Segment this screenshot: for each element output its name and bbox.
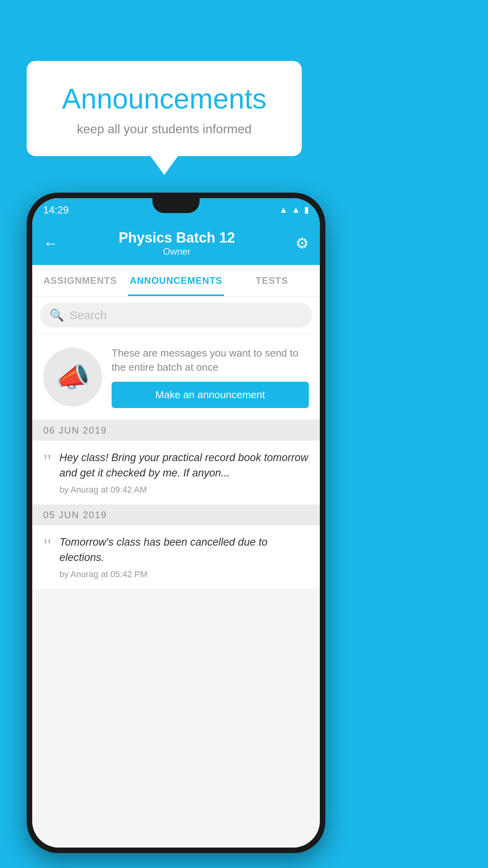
announcement-content: Hey class! Bring your practical record b…: [59, 450, 309, 495]
settings-button[interactable]: ⚙: [295, 235, 309, 252]
announcement-meta-2: by Anurag at 05:42 PM: [59, 569, 309, 579]
promo-right: These are messages you want to send to t…: [112, 346, 309, 408]
megaphone-circle: 📣: [43, 348, 102, 406]
tab-tests[interactable]: TESTS: [224, 265, 320, 296]
header-title: Physics Batch 12: [119, 230, 235, 246]
app-header: ← Physics Batch 12 Owner ⚙: [32, 222, 320, 265]
promo-card: 📣 These are messages you want to send to…: [32, 334, 320, 420]
quote-icon: ": [43, 452, 51, 472]
announcement-text: Hey class! Bring your practical record b…: [59, 450, 309, 481]
speech-bubble-section: Announcements keep all your students inf…: [27, 61, 302, 156]
status-bar: 14:29 ▲ ▲ ▮: [32, 198, 320, 222]
promo-description: These are messages you want to send to t…: [112, 346, 309, 375]
megaphone-icon: 📣: [56, 361, 90, 393]
speech-bubble: Announcements keep all your students inf…: [27, 61, 302, 156]
announcement-item-2[interactable]: " Tomorrow's class has been cancelled du…: [32, 525, 320, 589]
tab-assignments[interactable]: ASSIGNMENTS: [32, 265, 128, 296]
bubble-title: Announcements: [50, 83, 278, 115]
search-container: 🔍 Search: [32, 296, 320, 334]
bubble-subtitle: keep all your students informed: [50, 122, 278, 136]
header-subtitle: Owner: [119, 246, 235, 257]
status-time: 14:29: [43, 204, 69, 216]
back-button[interactable]: ←: [43, 235, 58, 252]
date-separator-jun06: 06 JUN 2019: [32, 420, 320, 441]
wifi-icon: ▲: [279, 205, 288, 215]
search-box[interactable]: 🔍 Search: [40, 303, 312, 327]
phone-frame: 14:29 ▲ ▲ ▮ ← Physics Batch 12 Owner ⚙: [27, 193, 325, 853]
header-center: Physics Batch 12 Owner: [119, 230, 235, 257]
tabs-bar: ASSIGNMENTS ANNOUNCEMENTS TESTS: [32, 265, 320, 296]
date-separator-jun05: 05 JUN 2019: [32, 505, 320, 525]
battery-icon: ▮: [304, 205, 309, 215]
status-icons: ▲ ▲ ▮: [279, 205, 309, 215]
make-announcement-button[interactable]: Make an announcement: [112, 382, 309, 408]
search-icon: 🔍: [50, 308, 64, 322]
announcement-content-2: Tomorrow's class has been cancelled due …: [59, 535, 309, 579]
quote-icon-2: ": [43, 536, 51, 557]
signal-icon: ▲: [292, 205, 300, 215]
notch: [152, 198, 200, 213]
content-area: 🔍 Search 📣 These are messages you want t…: [32, 296, 320, 848]
announcement-text-2: Tomorrow's class has been cancelled due …: [59, 535, 309, 565]
tab-announcements[interactable]: ANNOUNCEMENTS: [128, 265, 224, 296]
search-placeholder: Search: [70, 309, 107, 322]
announcement-meta: by Anurag at 09:42 AM: [59, 485, 309, 495]
phone-screen: 14:29 ▲ ▲ ▮ ← Physics Batch 12 Owner ⚙: [32, 198, 320, 848]
announcement-item[interactable]: " Hey class! Bring your practical record…: [32, 441, 320, 505]
